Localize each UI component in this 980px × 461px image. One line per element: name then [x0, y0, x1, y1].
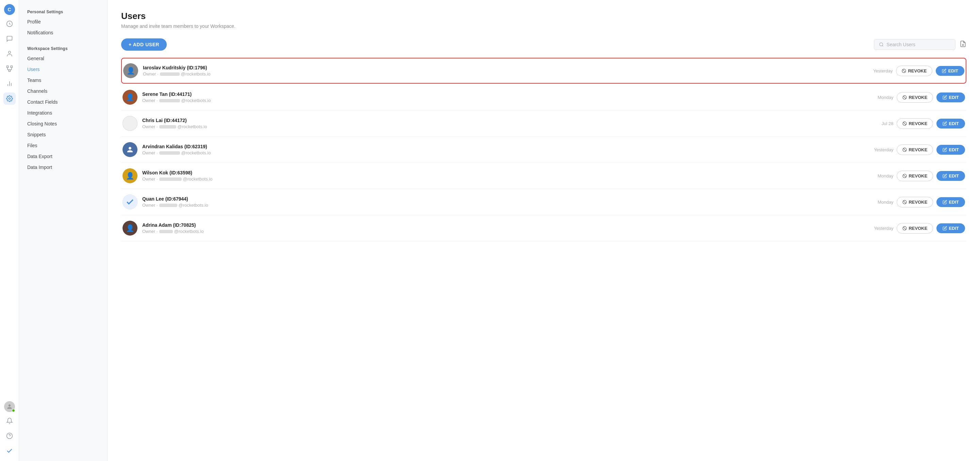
user-info: Serene Tan (ID:44171) Owner · @rocketbot… [142, 92, 865, 103]
edit-button[interactable]: EDIT [937, 92, 965, 102]
user-avatar: 👤 [123, 168, 137, 183]
user-role: Owner · @rocketbots.io [143, 71, 864, 76]
sidebar-item-users[interactable]: Users [19, 64, 107, 75]
user-info: Wilson Kok (ID:63598) Owner · @rocketbot… [142, 170, 865, 182]
svg-line-27 [904, 174, 906, 177]
sidebar-item-general[interactable]: General [19, 53, 107, 64]
search-input[interactable] [886, 42, 950, 47]
user-date: Jul 28 [869, 121, 893, 126]
svg-line-25 [904, 148, 906, 151]
table-row: 👤 Iaroslav Kudritskiy (ID:1796) Owner · … [121, 58, 966, 84]
user-actions: Yesterday REVOKE EDIT [869, 144, 965, 155]
revoke-button[interactable]: REVOKE [897, 197, 933, 208]
network-icon[interactable] [3, 63, 16, 75]
svg-line-29 [904, 201, 906, 203]
check-mark-icon[interactable] [3, 445, 16, 457]
table-row: Quan Lee (ID:67944) Owner · @rocketbots.… [121, 189, 966, 215]
user-actions: Yesterday REVOKE EDIT [869, 66, 964, 76]
sidebar-item-data-import[interactable]: Data Import [19, 162, 107, 173]
user-info: Quan Lee (ID:67944) Owner · @rocketbots.… [142, 196, 865, 208]
user-avatar: 👤 [123, 90, 137, 105]
contacts-icon[interactable] [3, 48, 16, 60]
user-info: Iaroslav Kudritskiy (ID:1796) Owner · @r… [143, 65, 864, 76]
svg-point-12 [8, 98, 10, 100]
user-name: Serene Tan (ID:44171) [142, 92, 865, 97]
notifications-bell-icon[interactable] [3, 415, 16, 427]
sidebar-item-integrations[interactable]: Integrations [19, 108, 107, 118]
sidebar-item-notifications[interactable]: Notifications [19, 27, 107, 38]
revoke-button[interactable]: REVOKE [897, 223, 933, 234]
chat-icon[interactable] [3, 33, 16, 45]
sidebar: Personal Settings Profile Notifications … [19, 0, 108, 461]
sidebar-item-closing-notes[interactable]: Closing Notes [19, 118, 107, 129]
sidebar-item-teams[interactable]: Teams [19, 75, 107, 86]
user-name: Adrina Adam (ID:70825) [142, 222, 865, 228]
user-actions: Monday REVOKE EDIT [869, 171, 965, 181]
icon-bar: C [0, 0, 19, 461]
table-row: Arvindran Kalidas (ID:62319) Owner · @ro… [121, 137, 966, 163]
revoke-button[interactable]: REVOKE [897, 118, 933, 129]
revoke-button[interactable]: REVOKE [896, 66, 932, 76]
user-date: Yesterday [869, 68, 892, 73]
edit-button[interactable]: EDIT [937, 223, 965, 233]
user-avatar [123, 195, 137, 209]
revoke-button[interactable]: REVOKE [897, 144, 933, 155]
user-actions: Yesterday REVOKE EDIT [869, 223, 965, 234]
sidebar-item-snippets[interactable]: Snippets [19, 129, 107, 140]
svg-line-19 [903, 69, 905, 72]
user-date: Monday [869, 200, 893, 205]
user-role: Owner · @rocketbots.io [142, 229, 865, 234]
svg-rect-2 [6, 66, 8, 68]
svg-rect-3 [11, 66, 12, 68]
edit-button[interactable]: EDIT [937, 119, 965, 128]
user-name: Chris Lai (ID:44172) [142, 118, 865, 123]
table-row: 👤 Serene Tan (ID:44171) Owner · @rocketb… [121, 84, 966, 111]
user-avatar: 👤 [123, 63, 138, 78]
user-info: Arvindran Kalidas (ID:62319) Owner · @ro… [142, 144, 865, 155]
help-icon[interactable] [3, 430, 16, 442]
edit-button[interactable]: EDIT [936, 66, 964, 76]
edit-button[interactable]: EDIT [937, 171, 965, 181]
svg-point-1 [8, 51, 11, 54]
user-actions: Monday REVOKE EDIT [869, 92, 965, 103]
svg-line-16 [882, 46, 883, 47]
svg-line-23 [904, 122, 906, 125]
user-date: Monday [869, 95, 893, 100]
sidebar-item-contact-fields[interactable]: Contact Fields [19, 97, 107, 108]
main-content: Users Manage and invite team members to … [108, 0, 980, 461]
table-row: 👤 Wilson Kok (ID:63598) Owner · @rocketb… [121, 163, 966, 189]
sidebar-item-channels[interactable]: Channels [19, 86, 107, 97]
user-date: Yesterday [869, 147, 893, 152]
user-avatar [123, 142, 137, 157]
online-status-dot [12, 409, 15, 412]
settings-icon[interactable] [3, 92, 16, 105]
user-date: Yesterday [869, 226, 893, 231]
edit-button[interactable]: EDIT [937, 197, 965, 207]
analytics-icon[interactable] [3, 78, 16, 90]
sidebar-item-data-export[interactable]: Data Export [19, 151, 107, 162]
toolbar: + ADD USER [121, 38, 966, 51]
user-info: Chris Lai (ID:44172) Owner · @rocketbots… [142, 118, 865, 129]
user-avatar-icon[interactable]: C [4, 4, 15, 15]
export-icon[interactable] [959, 40, 966, 49]
sidebar-item-profile[interactable]: Profile [19, 16, 107, 27]
table-row: Chris Lai (ID:44172) Owner · @rocketbots… [121, 111, 966, 137]
user-name: Quan Lee (ID:67944) [142, 196, 865, 201]
user-actions: Monday REVOKE EDIT [869, 197, 965, 208]
svg-point-15 [880, 43, 883, 46]
sidebar-item-files[interactable]: Files [19, 140, 107, 151]
dashboard-icon[interactable] [3, 18, 16, 30]
user-profile-icon[interactable] [4, 401, 15, 412]
user-role: Owner · @rocketbots.io [142, 124, 865, 129]
svg-line-31 [904, 227, 906, 230]
user-role: Owner · @rocketbots.io [142, 150, 865, 155]
revoke-button[interactable]: REVOKE [897, 171, 933, 181]
page-title: Users [121, 11, 966, 21]
user-avatar: 👤 [123, 221, 137, 236]
edit-button[interactable]: EDIT [937, 145, 965, 155]
table-row: 👤 Adrina Adam (ID:70825) Owner · @rocket… [121, 215, 966, 241]
search-area [874, 39, 966, 50]
revoke-button[interactable]: REVOKE [897, 92, 933, 103]
add-user-button[interactable]: + ADD USER [121, 38, 167, 51]
user-avatar [123, 116, 137, 131]
